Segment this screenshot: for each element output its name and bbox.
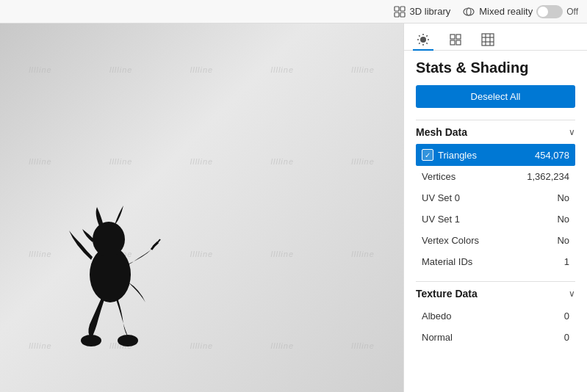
main-area: lllline lllline lllline lllline lllline … (0, 23, 587, 392)
watermark-cell: lllline (242, 300, 323, 393)
watermark-cell: lllline (323, 300, 403, 393)
normal-value: 0 (564, 332, 569, 343)
triangles-row[interactable]: Triangles 454,078 (416, 144, 575, 166)
uvset0-label: UV Set 0 (422, 192, 460, 203)
material-ids-row: Material IDs 1 (416, 251, 575, 272)
svg-rect-1 (400, 7, 405, 11)
watermark-cell: lllline (323, 208, 403, 300)
vertex-colors-label: Vertex Colors (422, 235, 479, 246)
toggle-off-label: Off (566, 7, 578, 17)
watermark-cell: lllline (242, 23, 323, 116)
topbar: 3D library Mixed reality Off (0, 0, 587, 23)
3d-library-icon (393, 5, 406, 18)
vertices-row[interactable]: Vertices 1,362,234 (416, 166, 575, 187)
svg-point-9 (118, 335, 138, 346)
material-ids-label: Material IDs (422, 256, 472, 267)
chevron-down-icon: ∨ (569, 127, 575, 137)
svg-rect-0 (395, 7, 399, 11)
uvset1-value: No (557, 214, 569, 225)
3d-library-label: 3D library (410, 6, 451, 17)
normal-label: Normal (422, 332, 453, 343)
panel-content: Stats & Shading Deselect All Mesh Data ∨… (404, 51, 587, 392)
albedo-label: Albedo (422, 311, 451, 322)
watermark-cell: lllline (242, 208, 323, 300)
triangles-label-group: Triangles (422, 149, 477, 161)
watermark-cell: lllline (162, 23, 242, 116)
mesh-data-section: Mesh Data ∨ Triangles 454,078 Vertices 1… (416, 120, 575, 272)
svg-rect-20 (456, 35, 461, 39)
uvset1-label: UV Set 1 (422, 214, 460, 225)
texture-data-section: Texture Data ∨ Albedo 0 Normal 0 (416, 281, 575, 348)
tab-mesh[interactable] (445, 29, 466, 50)
svg-point-10 (420, 37, 426, 43)
3d-library-button[interactable]: 3D library (393, 5, 451, 18)
uvset0-value: No (557, 192, 569, 203)
triangles-value: 454,078 (535, 150, 569, 161)
svg-line-18 (419, 43, 419, 43)
watermark-cell: lllline (323, 23, 403, 116)
texture-data-title: Texture Data (416, 288, 478, 300)
panel-title: Stats & Shading (416, 59, 575, 76)
watermark-cell: lllline (162, 208, 242, 300)
material-ids-value: 1 (564, 256, 569, 267)
svg-point-5 (467, 8, 471, 15)
tab-icons (404, 23, 587, 51)
triangles-label: Triangles (438, 150, 477, 161)
normal-row: Normal 0 (416, 327, 575, 348)
svg-point-7 (93, 222, 125, 257)
svg-rect-2 (395, 12, 399, 17)
mesh-data-title: Mesh Data (416, 126, 467, 138)
svg-line-15 (419, 35, 419, 36)
deselect-all-button[interactable]: Deselect All (416, 85, 575, 108)
mesh-data-header[interactable]: Mesh Data ∨ (416, 120, 575, 144)
svg-line-16 (426, 43, 427, 43)
mixed-reality-icon (462, 5, 475, 18)
svg-rect-22 (456, 40, 461, 45)
watermark-cell: lllline (242, 116, 323, 208)
right-panel: Stats & Shading Deselect All Mesh Data ∨… (403, 23, 587, 392)
mixed-reality-button[interactable]: Mixed reality Off (462, 5, 578, 18)
svg-rect-27 (482, 34, 494, 46)
svg-point-8 (81, 335, 101, 346)
albedo-value: 0 (564, 311, 569, 322)
tab-lighting[interactable] (413, 29, 433, 50)
watermark-cell: lllline (323, 116, 403, 208)
svg-rect-19 (450, 35, 455, 39)
uvset0-row: UV Set 0 No (416, 187, 575, 208)
vertices-value: 1,362,234 (527, 171, 569, 182)
texture-data-header[interactable]: Texture Data ∨ (416, 281, 575, 305)
watermark-cell: lllline (81, 23, 162, 116)
watermark-cell: lllline (0, 23, 81, 116)
uvset1-row: UV Set 1 No (416, 208, 575, 230)
viewport[interactable]: lllline lllline lllline lllline lllline … (0, 23, 403, 392)
mixed-reality-toggle[interactable] (536, 5, 563, 18)
svg-line-17 (426, 35, 427, 36)
watermark-cell: lllline (162, 116, 242, 208)
vertex-colors-value: No (557, 235, 569, 246)
chevron-down-icon-texture: ∨ (569, 288, 575, 299)
vertex-colors-row: Vertex Colors No (416, 230, 575, 251)
vertices-label: Vertices (422, 171, 455, 182)
watermark-cell: lllline (162, 300, 242, 393)
triangles-checkbox[interactable] (422, 149, 433, 161)
character-silhouette (59, 186, 162, 348)
tab-grid[interactable] (478, 29, 498, 50)
albedo-row: Albedo 0 (416, 305, 575, 327)
svg-point-4 (464, 8, 474, 15)
svg-rect-3 (400, 12, 405, 17)
svg-rect-21 (450, 40, 455, 45)
mixed-reality-label: Mixed reality (479, 6, 533, 17)
